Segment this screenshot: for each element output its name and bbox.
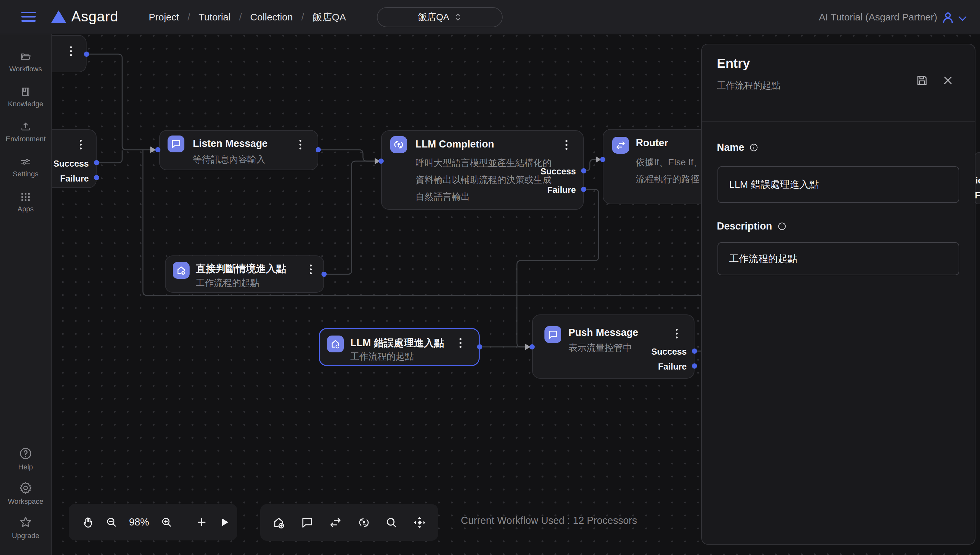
asgard-logo [51, 10, 66, 23]
description-input[interactable] [717, 242, 959, 275]
port-label-success[interactable]: Success [540, 167, 576, 177]
book-icon [20, 86, 31, 97]
chat-bubble-icon [168, 135, 184, 152]
port-label-failure[interactable]: Failure [60, 174, 89, 184]
node-description-line: 依據If、Else If、E [636, 156, 708, 168]
sidebar-item-upgrade[interactable]: Upgrade [12, 515, 39, 540]
edge-direct-to-llm [324, 161, 375, 274]
close-icon[interactable] [942, 75, 953, 87]
node-title: Router [636, 137, 668, 149]
breadcrumb-collection[interactable]: Collection [250, 12, 293, 23]
add-entry-node-button[interactable] [272, 516, 285, 529]
sidebar-item-workspace[interactable]: Workspace [8, 481, 43, 506]
zoom-level: 98% [129, 517, 149, 528]
add-button[interactable] [196, 517, 207, 528]
run-workflow-button[interactable] [219, 517, 230, 528]
arrowhead-push-input [525, 343, 530, 350]
edge-llmsuccess-to-router [584, 159, 596, 171]
edge-n2success-to-listen [96, 151, 122, 163]
node-title: Push Message [568, 327, 638, 338]
node-push-message[interactable]: Push Message 表示流量控管中 Success Failure [532, 314, 695, 379]
node-palette-toolbar [260, 504, 438, 541]
left-sidebar: Workflows Knowledge Environment Settings… [0, 34, 52, 555]
name-input[interactable] [717, 166, 959, 203]
info-icon[interactable] [749, 143, 758, 152]
arrowhead-listen-input [151, 146, 156, 153]
node-subtitle: 工作流程的起點 [196, 277, 259, 289]
port-label-success[interactable]: Success [53, 159, 89, 169]
node-llm-error-entry[interactable]: LLM 錯誤處理進入點 工作流程的起點 [319, 328, 480, 366]
apps-grid-icon [20, 191, 31, 202]
port-label-success[interactable]: Success [651, 347, 687, 357]
sidebar-item-knowledge[interactable]: Knowledge [8, 86, 43, 108]
node-menu-button[interactable] [79, 140, 82, 149]
edge-listen-to-llm [318, 150, 375, 161]
sidebar-item-apps[interactable]: Apps [18, 191, 34, 213]
node-subtitle: 表示流量控管中 [568, 342, 632, 354]
router-icon [612, 137, 629, 154]
port-label-failure[interactable]: Failure [658, 362, 687, 372]
add-router-node-button[interactable] [328, 516, 342, 529]
sidebar-item-settings[interactable]: Settings [13, 156, 38, 178]
node-menu-button[interactable] [299, 140, 302, 149]
node-subtitle: 工作流程的起點 [350, 350, 414, 363]
sidebar-item-workflows[interactable]: Workflows [9, 51, 42, 73]
canvas-view-toolbar: 98% [69, 504, 237, 541]
node-title: LLM 錯誤處理進入點 [350, 336, 444, 350]
zoom-out-button[interactable] [106, 517, 117, 528]
sidebar-item-label: Knowledge [8, 100, 43, 108]
gear-icon [19, 481, 32, 495]
sliders-icon [20, 156, 31, 167]
node-menu-button[interactable] [459, 338, 462, 348]
user-avatar-icon[interactable] [941, 11, 955, 26]
node-menu-button[interactable] [309, 265, 312, 274]
node-title: 直接判斷情境進入點 [196, 262, 286, 276]
top-navbar: Asgard Project/ Tutorial/ Collection/ 飯店… [0, 0, 980, 34]
breadcrumb-project[interactable]: Project [149, 12, 179, 23]
node-subtitle: 等待訊息內容輸入 [193, 153, 266, 166]
save-icon[interactable] [916, 74, 928, 88]
updown-chevrons-icon [454, 13, 461, 21]
node-description-line: 呼叫大型語言模型並產生結構化的 [415, 157, 552, 169]
node-description-line: 自然語言輸出 [415, 191, 470, 203]
sidebar-item-help[interactable]: Help [18, 447, 33, 472]
upload-icon [20, 121, 31, 132]
panel-title: Entry [717, 56, 750, 71]
add-message-node-button[interactable] [301, 516, 314, 529]
node-llm-completion[interactable]: LLM Completion 呼叫大型語言模型並產生結構化的 資料輸出以輔助流程… [381, 130, 584, 210]
sidebar-item-label: Workflows [9, 65, 42, 73]
add-llm-node-button[interactable] [357, 516, 370, 529]
workflow-selector-value: 飯店QA [418, 11, 449, 23]
node-description-line: 流程執行的路徑 [636, 173, 699, 185]
sidebar-item-label: Upgrade [12, 532, 39, 540]
pan-hand-icon[interactable] [82, 516, 94, 528]
move-mode-icon[interactable] [413, 516, 426, 529]
zoom-in-button[interactable] [161, 517, 172, 528]
panel-divider [702, 121, 975, 122]
arrowhead-llm-input [375, 158, 380, 164]
node-menu-button[interactable] [70, 47, 72, 56]
node-menu-button[interactable] [565, 140, 568, 150]
port-label-failure[interactable]: Failure [547, 185, 576, 195]
search-icon[interactable] [385, 517, 398, 529]
entry-point-icon [173, 262, 190, 279]
breadcrumb-tutorial[interactable]: Tutorial [199, 12, 231, 23]
sidebar-item-environment[interactable]: Environment [5, 121, 46, 143]
description-field-label: Description [717, 220, 786, 232]
workflow-selector[interactable]: 飯店QA [377, 7, 503, 27]
node-menu-button[interactable] [676, 329, 678, 338]
name-field-label: Name [717, 142, 758, 153]
clipped-port-label: ic [975, 176, 980, 186]
hamburger-menu-icon[interactable] [21, 12, 36, 22]
folder-icon [20, 51, 31, 62]
account-label: AI Tutorial (Asgard Partner) [819, 0, 937, 34]
entry-point-icon [327, 335, 344, 352]
node-listen-message[interactable]: Listen Message 等待訊息內容輸入 [159, 130, 318, 170]
entry-properties-panel: Entry 工作流程的起點 Name Description [701, 44, 975, 545]
node-direct-entry[interactable]: 直接判斷情境進入點 工作流程的起點 [165, 255, 324, 293]
breadcrumb-current[interactable]: 飯店QA [312, 11, 346, 24]
workflow-editor-app: Success Failure Listen Message 等待訊息內容輸入 … [0, 0, 980, 555]
info-icon[interactable] [777, 222, 786, 231]
sidebar-item-label: Help [18, 463, 33, 472]
account-chevron-down-icon[interactable] [958, 16, 967, 23]
